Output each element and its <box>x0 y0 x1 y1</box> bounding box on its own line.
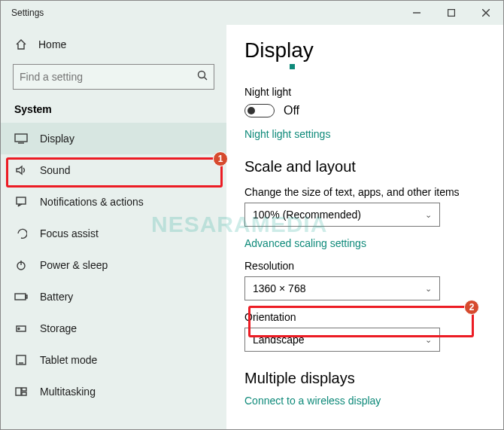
sidebar-item-label: Storage <box>40 322 77 334</box>
svg-rect-11 <box>15 294 26 300</box>
focus-assist-icon <box>14 227 28 239</box>
sidebar: Home System Display Sound Notifications … <box>1 25 226 430</box>
maximize-button[interactable] <box>434 1 469 25</box>
sidebar-item-label: Focus assist <box>40 227 99 239</box>
tablet-icon <box>14 354 28 366</box>
storage-icon <box>14 322 28 334</box>
window-title: Settings <box>1 8 399 18</box>
display-icon <box>14 133 28 144</box>
svg-rect-19 <box>22 392 26 395</box>
sidebar-item-tablet-mode[interactable]: Tablet mode <box>1 344 226 376</box>
wireless-display-link[interactable]: Connect to a wireless display <box>244 395 485 407</box>
chevron-down-icon: ⌄ <box>425 335 432 345</box>
sidebar-item-display[interactable]: Display <box>1 123 226 154</box>
annotation-badge-2: 2 <box>464 300 479 315</box>
sidebar-home[interactable]: Home <box>1 29 226 59</box>
home-icon <box>14 38 28 50</box>
sidebar-item-notifications[interactable]: Notifications & actions <box>1 186 226 218</box>
svg-rect-17 <box>16 388 21 395</box>
battery-icon <box>14 292 28 301</box>
sidebar-item-multitasking[interactable]: Multitasking <box>1 376 226 407</box>
svg-rect-18 <box>22 388 26 391</box>
night-light-label: Night light <box>244 86 485 98</box>
page-title: Display <box>244 38 485 63</box>
orientation-label: Orientation <box>244 311 485 323</box>
sidebar-item-storage[interactable]: Storage <box>1 313 226 344</box>
sidebar-item-focus-assist[interactable]: Focus assist <box>1 218 226 249</box>
sidebar-item-power-sleep[interactable]: Power & sleep <box>1 249 226 281</box>
svg-rect-12 <box>26 295 27 298</box>
svg-point-4 <box>199 72 205 78</box>
scale-layout-heading: Scale and layout <box>244 158 485 175</box>
svg-rect-6 <box>15 134 27 142</box>
orientation-value: Landscape <box>253 334 305 346</box>
night-light-state: Off <box>284 104 299 117</box>
accent-tick <box>290 64 295 69</box>
search-input[interactable] <box>20 71 185 83</box>
chevron-down-icon: ⌄ <box>425 284 432 294</box>
svg-rect-1 <box>448 10 455 17</box>
svg-line-5 <box>205 78 208 81</box>
window-controls <box>399 1 503 25</box>
scale-dropdown[interactable]: 100% (Recommended) ⌄ <box>244 203 440 227</box>
resolution-value: 1360 × 768 <box>253 282 305 294</box>
minimize-button[interactable] <box>399 1 434 25</box>
sidebar-section-head: System <box>1 99 226 123</box>
multitasking-icon <box>14 386 28 398</box>
sidebar-item-label: Notifications & actions <box>40 196 144 208</box>
sidebar-item-label: Battery <box>40 291 73 303</box>
sidebar-item-label: Tablet mode <box>40 354 97 366</box>
svg-point-14 <box>18 328 20 330</box>
sidebar-item-label: Display <box>40 133 74 145</box>
scale-label: Change the size of text, apps, and other… <box>244 186 485 198</box>
sidebar-item-label: Sound <box>40 164 70 176</box>
night-light-toggle[interactable] <box>244 104 275 117</box>
sidebar-item-label: Multitasking <box>40 386 96 398</box>
main-panel: Display Night light Off Night light sett… <box>226 25 503 430</box>
sidebar-item-battery[interactable]: Battery <box>1 281 226 313</box>
sidebar-item-sound[interactable]: Sound <box>1 154 226 186</box>
orientation-dropdown[interactable]: Landscape ⌄ <box>244 328 440 352</box>
sound-icon <box>14 164 28 176</box>
annotation-badge-1: 1 <box>213 151 228 166</box>
search-box[interactable] <box>13 64 214 90</box>
chevron-down-icon: ⌄ <box>425 210 432 220</box>
resolution-dropdown[interactable]: 1360 × 768 ⌄ <box>244 276 440 300</box>
power-icon <box>14 259 28 271</box>
advanced-scaling-link[interactable]: Advanced scaling settings <box>244 237 485 249</box>
close-button[interactable] <box>469 1 503 25</box>
sidebar-item-label: Power & sleep <box>40 259 108 271</box>
search-icon <box>197 70 208 84</box>
resolution-label: Resolution <box>244 260 485 272</box>
multiple-displays-heading: Multiple displays <box>244 370 485 387</box>
night-light-settings-link[interactable]: Night light settings <box>244 128 485 140</box>
sidebar-home-label: Home <box>38 38 66 50</box>
scale-value: 100% (Recommended) <box>253 209 361 221</box>
notifications-icon <box>14 196 28 208</box>
titlebar: Settings <box>1 1 503 25</box>
svg-rect-8 <box>17 197 26 204</box>
